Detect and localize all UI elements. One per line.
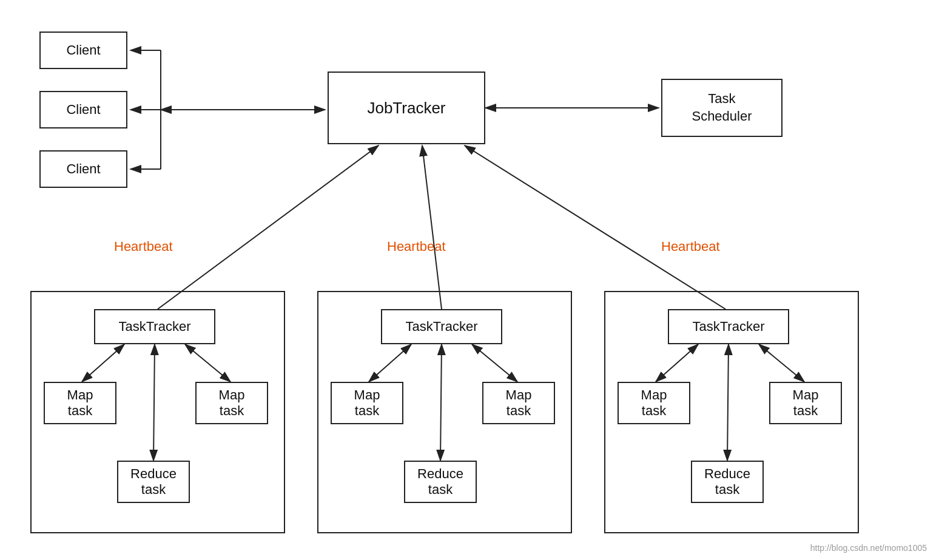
maptask3a-box: Maptask: [618, 382, 690, 424]
maptask1b-box: Maptask: [195, 382, 268, 424]
maptask2a-box: Maptask: [331, 382, 403, 424]
reducetask3-box: Reducetask: [691, 461, 764, 503]
heartbeat-label-3: Heartbeat: [661, 239, 720, 255]
maptask3b-box: Maptask: [769, 382, 842, 424]
client1-box: Client: [39, 32, 127, 69]
svg-line-9: [422, 145, 442, 309]
maptask1a-box: Maptask: [44, 382, 116, 424]
heartbeat-label-2: Heartbeat: [387, 239, 446, 255]
svg-line-8: [158, 145, 379, 309]
diagram: Client Client Client JobTracker TaskSche…: [0, 0, 939, 560]
tasktracker3-box: TaskTracker: [668, 309, 789, 344]
watermark: http://blog.csdn.net/momo1005: [810, 543, 927, 553]
reducetask2-box: Reducetask: [404, 461, 477, 503]
taskscheduler-box: TaskScheduler: [661, 79, 782, 137]
reducetask1-box: Reducetask: [117, 461, 190, 503]
heartbeat-label-1: Heartbeat: [114, 239, 173, 255]
tasktracker2-box: TaskTracker: [381, 309, 502, 344]
client2-box: Client: [39, 91, 127, 128]
jobtracker-box: JobTracker: [328, 72, 485, 144]
svg-line-10: [465, 145, 725, 309]
maptask2b-box: Maptask: [482, 382, 555, 424]
tasktracker1-box: TaskTracker: [94, 309, 215, 344]
client3-box: Client: [39, 150, 127, 188]
